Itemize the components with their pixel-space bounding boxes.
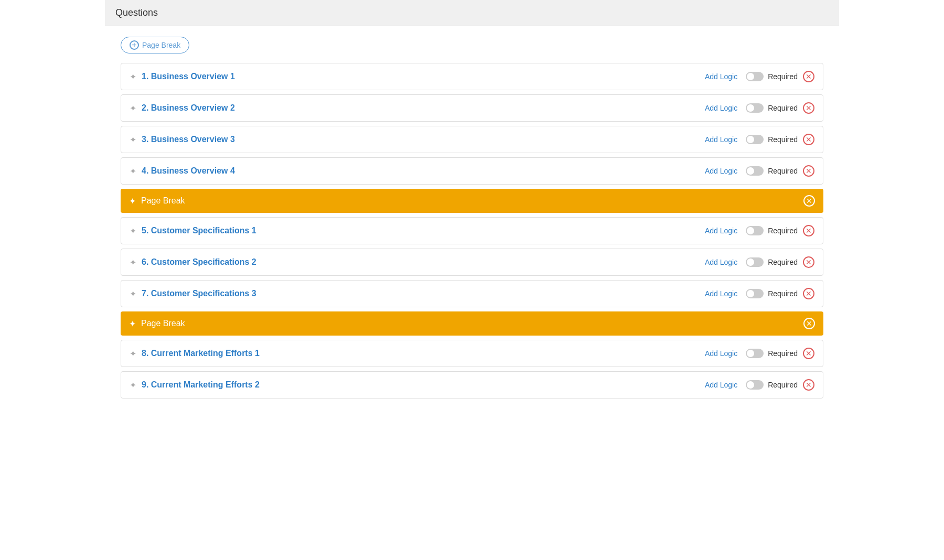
required-toggle[interactable]: [746, 135, 764, 144]
row-controls: Add Logic Required ✕: [705, 379, 814, 391]
page-break-label: Page Break: [141, 319, 803, 328]
row-controls: Add Logic Required ✕: [705, 134, 814, 145]
question-row: ✦ 8. Current Marketing Efforts 1 Add Log…: [121, 340, 823, 367]
items-container: ✦ 1. Business Overview 1 Add Logic Requi…: [121, 63, 823, 399]
required-label: Required: [768, 104, 798, 112]
required-label: Required: [768, 381, 798, 389]
add-page-break-label: Page Break: [142, 41, 180, 49]
drag-handle-icon[interactable]: ✦: [130, 72, 136, 82]
page-break-remove-button[interactable]: ✕: [803, 318, 815, 329]
question-row: ✦ 2. Business Overview 2 Add Logic Requi…: [121, 94, 823, 122]
drag-handle-icon[interactable]: ✦: [130, 380, 136, 390]
question-row: ✦ 9. Current Marketing Efforts 2 Add Log…: [121, 371, 823, 399]
remove-button[interactable]: ✕: [803, 165, 814, 177]
remove-button[interactable]: ✕: [803, 288, 814, 299]
drag-handle-icon[interactable]: ✦: [130, 257, 136, 267]
required-toggle[interactable]: [746, 103, 764, 113]
page-break-remove-button[interactable]: ✕: [803, 195, 815, 207]
row-controls: Add Logic Required ✕: [705, 288, 814, 299]
required-toggle[interactable]: [746, 226, 764, 235]
page-break-bar: ✦ Page Break ✕: [121, 189, 823, 213]
question-title: 9. Current Marketing Efforts 2: [142, 380, 705, 390]
question-row: ✦ 7. Customer Specifications 3 Add Logic…: [121, 280, 823, 307]
required-label: Required: [768, 289, 798, 298]
question-title: 2. Business Overview 2: [142, 103, 705, 113]
required-toggle[interactable]: [746, 380, 764, 390]
question-row: ✦ 4. Business Overview 4 Add Logic Requi…: [121, 157, 823, 185]
required-toggle[interactable]: [746, 72, 764, 81]
required-label: Required: [768, 135, 798, 144]
add-logic-button[interactable]: Add Logic: [705, 289, 737, 298]
section-title: Questions: [115, 7, 158, 18]
remove-button[interactable]: ✕: [803, 71, 814, 82]
row-controls: Add Logic Required ✕: [705, 256, 814, 268]
row-controls: Add Logic Required ✕: [705, 348, 814, 359]
row-controls: Add Logic Required ✕: [705, 225, 814, 236]
question-title: 4. Business Overview 4: [142, 166, 705, 176]
question-title: 5. Customer Specifications 1: [142, 226, 705, 235]
remove-button[interactable]: ✕: [803, 102, 814, 114]
page-break-label: Page Break: [141, 196, 803, 206]
page-break-drag-handle-icon[interactable]: ✦: [129, 319, 136, 329]
page-break-bar: ✦ Page Break ✕: [121, 311, 823, 336]
add-logic-button[interactable]: Add Logic: [705, 227, 737, 235]
row-controls: Add Logic Required ✕: [705, 71, 814, 82]
row-controls: Add Logic Required ✕: [705, 165, 814, 177]
plus-circle-icon: +: [130, 40, 139, 50]
question-title: 8. Current Marketing Efforts 1: [142, 349, 705, 358]
drag-handle-icon[interactable]: ✦: [130, 349, 136, 359]
question-row: ✦ 1. Business Overview 1 Add Logic Requi…: [121, 63, 823, 90]
required-label: Required: [768, 349, 798, 358]
page-break-drag-handle-icon[interactable]: ✦: [129, 196, 136, 206]
required-toggle[interactable]: [746, 289, 764, 298]
drag-handle-icon[interactable]: ✦: [130, 103, 136, 113]
drag-handle-icon[interactable]: ✦: [130, 226, 136, 236]
required-toggle[interactable]: [746, 257, 764, 267]
add-logic-button[interactable]: Add Logic: [705, 258, 737, 266]
question-title: 3. Business Overview 3: [142, 135, 705, 144]
add-logic-button[interactable]: Add Logic: [705, 349, 737, 358]
add-logic-button[interactable]: Add Logic: [705, 104, 737, 112]
question-row: ✦ 5. Customer Specifications 1 Add Logic…: [121, 217, 823, 244]
drag-handle-icon[interactable]: ✦: [130, 135, 136, 145]
section-header: Questions: [105, 0, 839, 26]
required-toggle[interactable]: [746, 349, 764, 358]
required-toggle[interactable]: [746, 166, 764, 176]
drag-handle-icon[interactable]: ✦: [130, 166, 136, 176]
remove-button[interactable]: ✕: [803, 348, 814, 359]
add-logic-button[interactable]: Add Logic: [705, 167, 737, 175]
required-label: Required: [768, 258, 798, 266]
add-logic-button[interactable]: Add Logic: [705, 72, 737, 81]
remove-button[interactable]: ✕: [803, 256, 814, 268]
question-row: ✦ 6. Customer Specifications 2 Add Logic…: [121, 249, 823, 276]
question-title: 7. Customer Specifications 3: [142, 289, 705, 298]
remove-button[interactable]: ✕: [803, 379, 814, 391]
question-title: 6. Customer Specifications 2: [142, 257, 705, 267]
drag-handle-icon[interactable]: ✦: [130, 289, 136, 299]
add-logic-button[interactable]: Add Logic: [705, 381, 737, 389]
remove-button[interactable]: ✕: [803, 134, 814, 145]
question-title: 1. Business Overview 1: [142, 72, 705, 81]
add-logic-button[interactable]: Add Logic: [705, 135, 737, 144]
required-label: Required: [768, 167, 798, 175]
add-page-break-button[interactable]: + Page Break: [121, 37, 189, 53]
required-label: Required: [768, 72, 798, 81]
remove-button[interactable]: ✕: [803, 225, 814, 236]
required-label: Required: [768, 227, 798, 235]
question-row: ✦ 3. Business Overview 3 Add Logic Requi…: [121, 126, 823, 153]
content-area: + Page Break ✦ 1. Business Overview 1 Ad…: [105, 26, 839, 413]
row-controls: Add Logic Required ✕: [705, 102, 814, 114]
